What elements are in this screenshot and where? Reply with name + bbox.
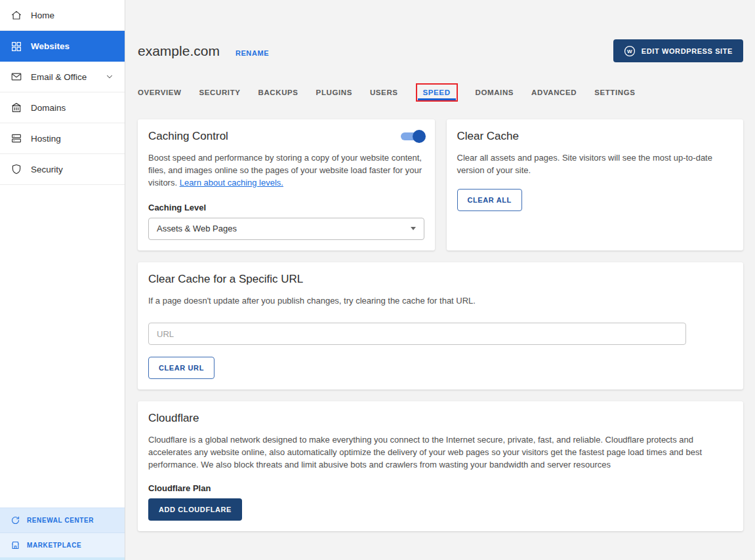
cloudflare-plan-label: Cloudflare Plan bbox=[148, 483, 733, 493]
renewal-icon bbox=[10, 515, 20, 525]
sidebar-item-websites[interactable]: Websites bbox=[0, 31, 125, 62]
sidebar-item-label: Security bbox=[31, 165, 63, 174]
clear-all-button[interactable]: CLEAR ALL bbox=[457, 189, 522, 211]
edit-wordpress-site-label: EDIT WORDPRESS SITE bbox=[642, 47, 733, 55]
tab-settings[interactable]: SETTINGS bbox=[594, 85, 635, 100]
caching-level-value: Assets & Web Pages bbox=[157, 224, 237, 233]
sidebar-item-label: RENEWAL CENTER bbox=[27, 517, 94, 524]
sidebar-item-label: Domains bbox=[31, 103, 66, 113]
sidebar-item-label: Hosting bbox=[31, 134, 61, 144]
card-title: Cloudflare bbox=[148, 412, 733, 425]
sidebar-item-marketplace[interactable]: MARKETPLACE bbox=[0, 532, 125, 557]
clear-url-button[interactable]: CLEAR URL bbox=[148, 357, 214, 379]
card-title: Clear Cache bbox=[457, 130, 733, 143]
url-input[interactable] bbox=[148, 323, 686, 345]
toggle-knob bbox=[413, 130, 426, 143]
cloudflare-card: Cloudflare Cloudflare is a global networ… bbox=[138, 401, 743, 531]
edit-wordpress-site-button[interactable]: W EDIT WORDPRESS SITE bbox=[613, 39, 743, 62]
sidebar-footer: RENEWAL CENTER MARKETPLACE bbox=[0, 508, 125, 560]
chevron-down-icon bbox=[411, 227, 416, 230]
sidebar-item-label: Home bbox=[31, 10, 54, 20]
sidebar-item-label: Websites bbox=[31, 41, 70, 51]
sidebar-item-label: MARKETPLACE bbox=[27, 542, 81, 549]
tab-security[interactable]: SECURITY bbox=[199, 85, 241, 100]
caching-level-label: Caching Level bbox=[148, 203, 424, 212]
tab-overview[interactable]: OVERVIEW bbox=[138, 85, 182, 100]
server-icon bbox=[10, 132, 22, 144]
shield-icon bbox=[10, 163, 22, 175]
tab-advanced[interactable]: ADVANCED bbox=[531, 85, 577, 100]
building-icon bbox=[10, 102, 22, 113]
card-description: Cloudflare is a global network designed … bbox=[148, 434, 733, 471]
card-description: Boost speed and performance by storing a… bbox=[148, 152, 424, 190]
rename-link[interactable]: RENAME bbox=[235, 49, 269, 57]
caching-levels-link[interactable]: Learn about caching levels. bbox=[180, 178, 283, 188]
sidebar-item-security[interactable]: Security bbox=[0, 154, 125, 185]
svg-text:W: W bbox=[627, 48, 632, 54]
sidebar-item-home[interactable]: Home bbox=[0, 0, 125, 31]
sidebar-item-hosting[interactable]: Hosting bbox=[0, 123, 125, 154]
card-title: Caching Control bbox=[148, 130, 228, 143]
sidebar-item-label: Email & Office bbox=[31, 72, 87, 82]
tab-backups[interactable]: BACKUPS bbox=[258, 85, 298, 100]
tab-speed[interactable]: SPEED bbox=[416, 83, 458, 102]
cards-row-1: Caching Control Boost speed and performa… bbox=[138, 119, 743, 250]
clear-url-card: Clear Cache for a Specific URL If a page… bbox=[138, 262, 743, 390]
main-content: example.com RENAME W EDIT WORDPRESS SITE… bbox=[125, 0, 755, 560]
home-icon bbox=[10, 9, 22, 21]
grid-icon bbox=[10, 41, 22, 52]
sidebar-item-domains[interactable]: Domains bbox=[0, 92, 125, 123]
add-cloudflare-button[interactable]: ADD CLOUDFLARE bbox=[148, 498, 242, 521]
card-description: If a page doesn't update after you publi… bbox=[148, 295, 733, 308]
tab-domains[interactable]: DOMAINS bbox=[476, 85, 514, 100]
site-header: example.com RENAME W EDIT WORDPRESS SITE bbox=[138, 39, 743, 62]
card-description: Clear all assets and pages. Site visitor… bbox=[457, 152, 733, 177]
caching-toggle[interactable] bbox=[401, 130, 424, 143]
sidebar-item-renewal-center[interactable]: RENEWAL CENTER bbox=[0, 508, 125, 532]
wordpress-icon: W bbox=[624, 45, 636, 57]
sidebar-item-email-office[interactable]: Email & Office bbox=[0, 62, 125, 92]
clear-cache-card: Clear Cache Clear all assets and pages. … bbox=[447, 119, 744, 250]
caching-control-card: Caching Control Boost speed and performa… bbox=[138, 119, 435, 250]
tab-plugins[interactable]: PLUGINS bbox=[316, 85, 352, 100]
page-title: example.com bbox=[138, 43, 220, 59]
caching-level-select[interactable]: Assets & Web Pages bbox=[148, 218, 424, 240]
sidebar: Home Websites Email & Office Domains Hos… bbox=[0, 0, 125, 560]
sidebar-bottom-strip bbox=[0, 557, 125, 560]
chevron-down-icon bbox=[105, 72, 114, 81]
tab-users[interactable]: USERS bbox=[370, 85, 398, 100]
card-title: Clear Cache for a Specific URL bbox=[148, 273, 733, 286]
envelope-icon bbox=[10, 71, 22, 83]
storefront-icon bbox=[10, 540, 20, 550]
tab-bar: OVERVIEW SECURITY BACKUPS PLUGINS USERS … bbox=[138, 83, 743, 102]
